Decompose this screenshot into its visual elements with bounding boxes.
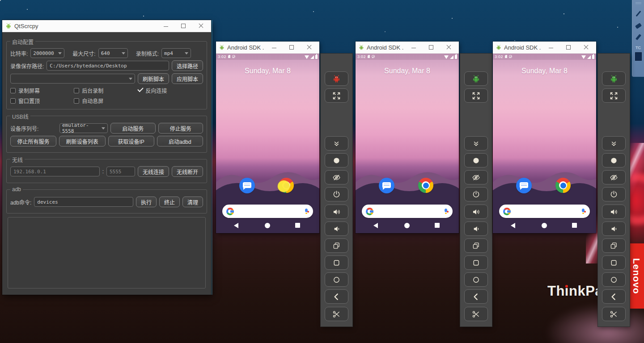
fullscreen-button[interactable] [602,88,626,103]
apply-script-button[interactable]: 应用脚本 [172,73,203,84]
power-button[interactable] [602,187,626,201]
screenshot-button[interactable] [325,307,348,321]
google-search-bar[interactable] [499,205,590,218]
window-topmost-checkbox[interactable]: 窗口置顶 [10,97,74,105]
background-record-checkbox[interactable]: 后台录制 [74,87,137,94]
screenshot-button[interactable] [464,307,488,321]
device-serial-select[interactable]: emulator-5558 [59,123,108,133]
google-search-bar[interactable] [362,205,453,218]
messages-app-icon[interactable] [379,178,394,193]
chrome-app-icon[interactable] [555,178,571,193]
expand-notification-button[interactable] [464,136,488,151]
reverse-connect-checkbox[interactable]: 反向连接 [137,87,201,94]
expand-notification-button[interactable] [602,136,626,151]
wireless-port-input[interactable] [106,167,135,176]
refresh-script-button[interactable]: 刷新脚本 [138,73,169,84]
app-menu-button[interactable] [464,71,488,86]
minimize-button[interactable] [267,42,282,53]
mic-icon[interactable] [580,208,586,214]
volume-down-button[interactable] [602,222,626,236]
record-screen-checkbox[interactable]: 录制屏幕 [10,87,74,94]
volume-up-button[interactable] [464,205,488,219]
bitrate-select[interactable]: 2000000 [30,48,64,58]
pen-icon[interactable] [636,11,641,17]
get-device-ip-button[interactable]: 获取设备IP [108,136,154,146]
adb-output-area[interactable] [8,217,206,289]
android-screen[interactable]: 3:02 Sunday, Mar 8 [356,54,459,233]
volume-up-button[interactable] [325,205,348,219]
touch-button[interactable] [464,153,488,167]
annotation-toolbar[interactable]: TC [632,0,644,77]
minimize-button[interactable] [406,42,421,53]
back-button[interactable] [234,223,238,228]
home-button[interactable] [464,272,488,287]
back-button[interactable] [325,289,348,304]
choose-path-button[interactable]: 选择路径 [172,60,203,71]
menu-button[interactable] [464,255,488,270]
app-switch-button[interactable] [464,238,488,253]
expand-notification-button[interactable] [325,136,348,151]
clear-button[interactable]: 清理 [182,197,203,207]
color-swatch[interactable] [635,52,642,61]
back-button[interactable] [373,223,378,228]
android-screen[interactable]: 3:02 Sunday, Mar 8 [216,54,319,233]
terminate-button[interactable]: 终止 [159,197,180,207]
app-menu-button[interactable] [602,71,626,86]
maximize-button[interactable] [424,42,439,53]
wireless-connect-button[interactable]: 无线连接 [138,166,169,177]
close-button[interactable] [441,42,456,53]
save-path-input[interactable] [47,61,169,71]
minimize-button[interactable] [158,20,174,32]
stop-all-services-button[interactable]: 停止所有服务 [10,136,56,146]
maximize-button[interactable] [284,42,299,53]
home-button[interactable] [602,272,626,287]
close-button[interactable] [301,42,317,53]
mic-icon[interactable] [304,208,309,214]
screenshot-button[interactable] [602,307,626,321]
screen-off-button[interactable] [325,170,348,184]
volume-down-button[interactable] [325,222,348,236]
app-menu-button[interactable] [325,71,348,86]
chrome-app-icon[interactable] [418,178,433,193]
stop-service-button[interactable]: 停止服务 [158,123,203,134]
screen-off-button[interactable] [464,170,488,184]
maximize-button[interactable] [176,20,191,32]
minimize-button[interactable] [543,42,559,53]
app-switch-button[interactable] [325,238,348,253]
adb-command-input[interactable] [34,197,133,207]
screen-off-button[interactable] [602,170,626,184]
wireless-ip-input[interactable] [10,167,100,176]
app-switch-button[interactable] [602,238,626,253]
google-search-bar[interactable] [222,205,313,218]
mic-icon[interactable] [443,208,449,214]
recents-button[interactable] [435,223,440,228]
record-format-select[interactable]: mp4 [161,48,191,58]
messages-app-icon[interactable] [516,178,532,193]
start-service-button[interactable]: 启动服务 [110,123,156,134]
recents-button[interactable] [572,223,577,228]
back-button[interactable] [602,289,626,304]
fullscreen-button[interactable] [464,88,488,103]
home-button[interactable] [542,223,547,228]
back-button[interactable] [464,289,488,304]
home-button[interactable] [325,272,348,287]
close-button[interactable] [578,42,593,53]
volume-up-button[interactable] [602,205,626,219]
menu-button[interactable] [325,255,348,270]
android-screen[interactable]: 3:02 Sunday, Mar 8 [493,54,596,233]
back-button[interactable] [511,223,515,228]
script-select[interactable] [10,74,135,84]
close-button[interactable] [193,20,208,32]
maximize-button[interactable] [561,42,576,53]
execute-button[interactable]: 执行 [136,197,157,207]
touch-button[interactable] [325,153,348,167]
eraser-icon[interactable] [635,23,641,29]
maxsize-select[interactable]: 640 [98,48,128,58]
fullscreen-button[interactable] [325,88,348,103]
volume-down-button[interactable] [464,222,488,236]
power-button[interactable] [325,187,348,201]
menu-button[interactable] [602,255,626,270]
toolbar-handle[interactable] [636,2,641,4]
recents-button[interactable] [295,223,300,228]
refresh-device-list-button[interactable]: 刷新设备列表 [59,136,105,146]
